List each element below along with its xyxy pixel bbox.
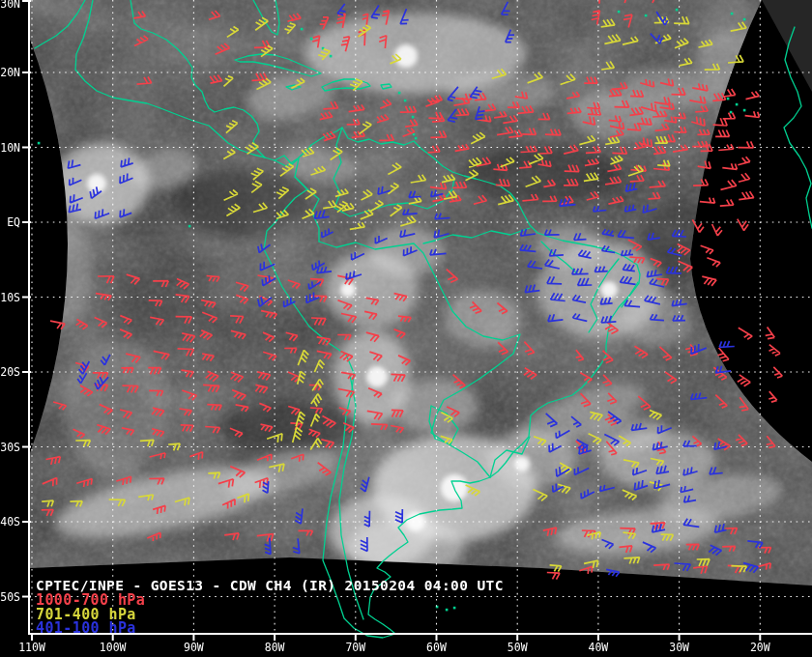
lon-label: 40W — [589, 641, 609, 654]
lat-label: 20N — [0, 66, 20, 79]
lon-label: 70W — [345, 641, 365, 654]
lon-label: 80W — [265, 641, 285, 654]
island-dot — [404, 100, 407, 102]
lon-label: 30W — [669, 641, 689, 654]
island-dot — [398, 92, 401, 95]
lon-label: 60W — [426, 641, 447, 654]
lat-label: 30S — [0, 441, 20, 454]
island-dot — [301, 28, 304, 31]
island-dot — [453, 607, 456, 610]
island-dot — [676, 9, 679, 12]
island-dot — [743, 18, 746, 21]
lon-label: 100W — [100, 641, 127, 654]
island-dot — [446, 609, 449, 612]
pressure-level-legend: 1000-700 hPa 701-400 hPa 401-100 hPa — [36, 593, 145, 636]
lon-label: 90W — [184, 641, 204, 654]
goes13-ir-map-canvas: 30N20N10NEQ10S20S30S40S50S110W100W90W80W… — [0, 0, 812, 657]
satellite-weather-map: 30N20N10NEQ10S20S30S40S50S110W100W90W80W… — [0, 0, 812, 657]
lon-label: 110W — [18, 641, 45, 654]
lat-label: 20S — [0, 365, 20, 379]
island-dot — [330, 55, 333, 58]
cloud-blob — [367, 227, 445, 275]
lat-label: 40S — [0, 515, 20, 528]
lat-label: 50S — [0, 590, 20, 604]
lat-label: 10S — [0, 291, 20, 304]
lat-label: EQ — [7, 215, 20, 229]
island-dot — [38, 142, 41, 145]
island-dot — [310, 38, 313, 41]
lat-label: 30N — [0, 0, 20, 11]
island-dot — [736, 103, 739, 106]
island-dot — [413, 133, 416, 136]
lon-label: 50W — [508, 641, 528, 654]
cloud-blob — [445, 290, 522, 348]
island-dot — [415, 137, 418, 140]
island-dot — [645, 14, 648, 17]
island-dot — [618, 11, 621, 14]
lat-label: 10N — [0, 141, 20, 155]
island-dot — [412, 116, 415, 119]
legend-item-high: 401-100 hPa — [36, 621, 145, 636]
island-dot — [727, 98, 730, 100]
island-dot — [188, 225, 191, 228]
lon-label: 20W — [750, 641, 770, 654]
island-dot — [731, 13, 734, 15]
cloud-blob — [63, 338, 169, 473]
island-dot — [743, 109, 746, 112]
